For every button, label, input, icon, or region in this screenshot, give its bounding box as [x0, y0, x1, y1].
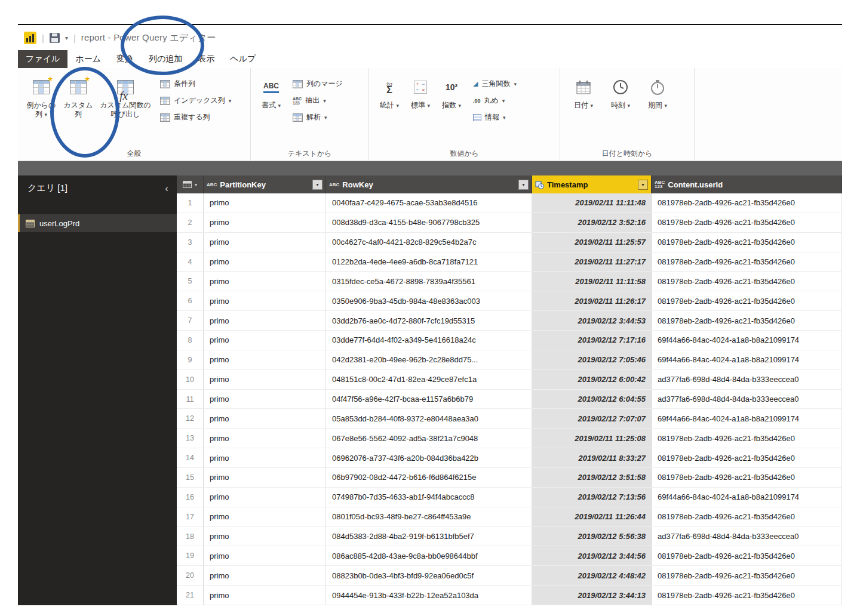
rowkey-cell[interactable]: 067e8e56-5562-4092-ad5a-38f21a7c9048 [326, 429, 532, 448]
rowkey-cell[interactable]: 00c4627c-4af0-4421-82c8-829c5e4b2a7c [326, 233, 532, 252]
extract-button[interactable]: ABC123 抽出 ▾ [293, 96, 343, 106]
row-number-cell[interactable]: 14 [177, 448, 204, 467]
userid-cell[interactable]: 69f44a66-84ac-4024-a1a8-b8a21099174 [652, 409, 842, 428]
column-header-content-userid[interactable]: ABC123 Content.userId [652, 175, 842, 193]
partitionkey-cell[interactable]: primo [204, 390, 326, 409]
scientific-button[interactable]: 10² 指数 ▾ [436, 73, 467, 110]
partitionkey-cell[interactable]: primo [204, 448, 326, 467]
userid-cell[interactable]: 081978eb-2adb-4926-ac21-fb35d426e0 [652, 429, 842, 448]
invoke-custom-function-button[interactable]: fx カスタム関数の呼び出し [97, 73, 154, 119]
userid-cell[interactable]: 69f44a66-84ac-4024-a1a8-b8a21099174 [652, 331, 842, 350]
rowkey-cell[interactable]: 06b97902-08d2-4472-b616-f6d864f6215e [326, 468, 532, 487]
row-number-cell[interactable]: 11 [177, 390, 204, 409]
information-button[interactable]: 情報 ▾ [473, 112, 517, 122]
duration-button[interactable]: 期間 ▾ [639, 73, 676, 110]
userid-cell[interactable]: 081978eb-2adb-4926-ac21-fb35d426e0 [652, 233, 842, 252]
partitionkey-cell[interactable]: primo [204, 507, 326, 526]
timestamp-cell[interactable]: 2019/02/12 3:44:53 [532, 311, 652, 330]
rowkey-cell[interactable]: 04f47f56-a96e-42f7-bcaa-e1157a6b6b79 [326, 390, 532, 409]
timestamp-cell[interactable]: 2019/02/12 7:13:56 [532, 488, 652, 507]
userid-cell[interactable]: 081978eb-2adb-4926-ac21-fb35d426e0 [652, 311, 842, 330]
row-number-cell[interactable]: 17 [177, 507, 204, 526]
rounding-button[interactable]: .00 丸め ▾ [473, 96, 517, 106]
userid-cell[interactable]: ad377fa6-698d-48d4-84da-b333eeccea0 [652, 527, 842, 546]
partitionkey-cell[interactable]: primo [204, 429, 326, 448]
rowkey-cell[interactable]: 048151c8-00c2-47d1-82ea-429ce87efc1a [326, 370, 532, 389]
save-icon[interactable] [50, 33, 60, 43]
row-number-cell[interactable]: 12 [177, 409, 204, 428]
row-number-cell[interactable]: 5 [177, 272, 204, 291]
timestamp-cell[interactable]: 2019/02/12 5:56:38 [532, 527, 652, 546]
partitionkey-cell[interactable]: primo [204, 331, 326, 350]
row-number-cell[interactable]: 13 [177, 429, 204, 448]
quick-access-dropdown-icon[interactable]: ▾ [65, 35, 68, 41]
partitionkey-cell[interactable]: primo [204, 527, 326, 546]
collapse-pane-icon[interactable]: ‹ [165, 184, 168, 193]
rowkey-cell[interactable]: 03dd2b76-ae0c-4d72-880f-7cfc19d55315 [326, 311, 532, 330]
partitionkey-cell[interactable]: primo [204, 252, 326, 272]
rowkey-cell[interactable]: 0350e906-9ba3-45db-984a-48e8363ac003 [326, 291, 532, 310]
userid-cell[interactable]: ad377fa6-698d-48d4-84da-b333eeccea0 [652, 390, 842, 409]
column-from-examples-button[interactable]: ★ 例からの列 ▾ [23, 73, 60, 119]
partitionkey-cell[interactable]: primo [204, 546, 326, 565]
trigonometry-button[interactable]: ◢ 三角関数 ▾ [473, 79, 517, 89]
timestamp-cell[interactable]: 2019/02/12 3:52:16 [532, 213, 652, 232]
partitionkey-cell[interactable]: primo [204, 272, 326, 291]
table-corner-menu[interactable]: ▾ [177, 175, 204, 193]
query-item-userlogprd[interactable]: userLogPrd [18, 214, 177, 232]
userid-cell[interactable]: 081978eb-2adb-4926-ac21-fb35d426e0 [652, 193, 842, 212]
timestamp-cell[interactable]: 2019/02/12 3:44:56 [532, 546, 652, 565]
userid-cell[interactable]: 081978eb-2adb-4926-ac21-fb35d426e0 [652, 507, 842, 526]
partitionkey-cell[interactable]: primo [204, 350, 326, 369]
timestamp-cell[interactable]: 2019/02/12 7:07:07 [532, 409, 652, 428]
tab-help[interactable]: ヘルプ [222, 50, 263, 68]
column-header-timestamp[interactable]: Timestamp ▾ [532, 175, 652, 193]
row-number-cell[interactable]: 21 [177, 586, 204, 605]
row-number-cell[interactable]: 3 [177, 233, 204, 252]
userid-cell[interactable]: 69f44a66-84ac-4024-a1a8-b8a21099174 [652, 488, 842, 507]
rowkey-cell[interactable]: 008d38d9-d3ca-4155-b48e-9067798cb325 [326, 213, 532, 232]
rowkey-cell[interactable]: 0315fdec-ce5a-4672-8898-7839a4f35561 [326, 272, 532, 291]
statistics-button[interactable]: x̄σΣ 統計 ▾ [374, 73, 405, 110]
userid-cell[interactable]: ad377fa6-698d-48d4-84da-b333eeccea0 [652, 370, 842, 389]
timestamp-cell[interactable]: 2019/02/11 11:11:48 [532, 193, 652, 212]
userid-cell[interactable]: 69f44a66-84ac-4024-a1a8-b8a21099174 [652, 350, 842, 369]
partitionkey-cell[interactable]: primo [204, 409, 326, 428]
filter-button[interactable]: ▾ [312, 180, 322, 190]
filter-button[interactable]: ▾ [518, 180, 529, 190]
rowkey-cell[interactable]: 0040faa7-c429-4675-acae-53ab3e8d4516 [326, 193, 532, 212]
timestamp-cell[interactable]: 2019/02/11 11:27:17 [532, 252, 652, 272]
rowkey-cell[interactable]: 042d2381-e20b-49ee-962b-2c28e8dd75... [326, 350, 532, 369]
timestamp-cell[interactable]: 2019/02/12 3:51:58 [532, 468, 652, 487]
timestamp-cell[interactable]: 2019/02/11 11:11:58 [532, 272, 652, 291]
row-number-cell[interactable]: 9 [177, 350, 204, 369]
partitionkey-cell[interactable]: primo [204, 468, 326, 487]
timestamp-cell[interactable]: 2019/02/11 11:26:17 [532, 291, 652, 310]
userid-cell[interactable]: 081978eb-2adb-4926-ac21-fb35d426e0 [652, 252, 842, 272]
row-number-cell[interactable]: 1 [177, 193, 204, 212]
timestamp-cell[interactable]: 2019/02/11 11:25:08 [532, 429, 652, 448]
row-number-cell[interactable]: 6 [177, 291, 204, 310]
row-number-cell[interactable]: 10 [177, 370, 204, 389]
userid-cell[interactable]: 081978eb-2adb-4926-ac21-fb35d426e0 [652, 291, 842, 310]
timestamp-cell[interactable]: 2019/02/11 11:26:44 [532, 507, 652, 526]
rowkey-cell[interactable]: 03dde77f-64d4-4f02-a349-5e416618a24c [326, 331, 532, 350]
row-number-cell[interactable]: 7 [177, 311, 204, 330]
row-number-cell[interactable]: 2 [177, 213, 204, 232]
rowkey-cell[interactable]: 0122b2da-4ede-4ee9-a6db-8ca718fa7121 [326, 252, 532, 272]
partitionkey-cell[interactable]: primo [204, 586, 326, 605]
column-header-partitionkey[interactable]: ABC PartitionKey ▾ [204, 175, 326, 193]
row-number-cell[interactable]: 15 [177, 468, 204, 487]
timestamp-cell[interactable]: 2019/02/12 7:17:16 [532, 331, 652, 350]
row-number-cell[interactable]: 8 [177, 331, 204, 350]
userid-cell[interactable]: 081978eb-2adb-4926-ac21-fb35d426e0 [652, 468, 842, 487]
partitionkey-cell[interactable]: primo [204, 488, 326, 507]
rowkey-cell[interactable]: 074987b0-7d35-4633-ab1f-94f4abcaccc8 [326, 488, 532, 507]
partitionkey-cell[interactable]: primo [204, 193, 326, 212]
row-number-cell[interactable]: 19 [177, 546, 204, 565]
row-number-cell[interactable]: 20 [177, 566, 204, 585]
rowkey-cell[interactable]: 05a853dd-b284-40f8-9372-e80448aea3a0 [326, 409, 532, 428]
row-number-cell[interactable]: 4 [177, 252, 204, 272]
custom-column-button[interactable]: ★ カスタム列 [60, 73, 97, 119]
tab-transform[interactable]: 変換 [109, 50, 141, 68]
